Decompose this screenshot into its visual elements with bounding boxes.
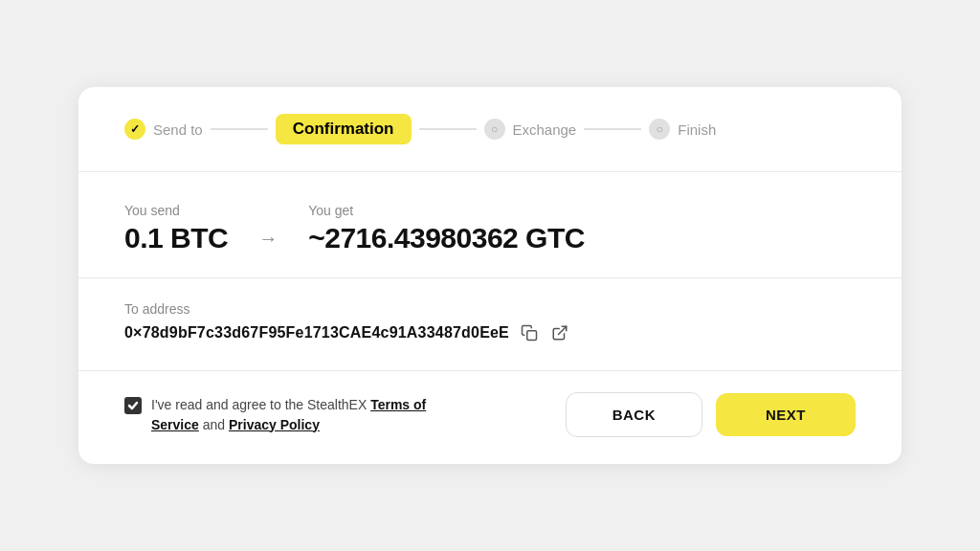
get-amount: ~2716.43980362 GTC: [308, 222, 585, 254]
address-section: To address 0×78d9bF7c33d67F95Fe1713CAE4c…: [78, 278, 902, 371]
address-label: To address: [124, 301, 856, 317]
external-link-button[interactable]: [549, 322, 570, 343]
step-confirmation: Confirmation: [276, 114, 412, 144]
svg-line-1: [559, 326, 567, 334]
step-exchange-label: Exchange: [513, 121, 577, 138]
send-col: You send 0.1 BTC: [124, 203, 228, 254]
step-exchange-icon: ○: [484, 119, 505, 140]
get-col: You get ~2716.43980362 GTC: [308, 203, 585, 254]
send-amount: 0.1 BTC: [124, 222, 228, 254]
address-value: 0×78d9bF7c33d67F95Fe1713CAE4c91A33487d0E…: [124, 324, 509, 342]
step-finish-label: Finish: [678, 121, 716, 138]
next-button[interactable]: NEXT: [716, 393, 856, 436]
step-exchange: ○ Exchange: [484, 119, 577, 140]
terms-row: I've read and agree to the StealthEX Ter…: [124, 395, 469, 435]
step-confirmation-label: Confirmation: [276, 114, 412, 144]
main-card: ✓ Send to Confirmation ○ Exchange ○ Fini…: [78, 87, 902, 464]
get-label: You get: [308, 203, 585, 218]
footer-section: I've read and agree to the StealthEX Ter…: [78, 371, 902, 464]
svg-rect-0: [527, 331, 537, 341]
connector-1: [211, 128, 268, 130]
buttons-row: BACK NEXT: [566, 392, 856, 437]
terms-checkbox[interactable]: [124, 397, 142, 414]
step-send-to-icon: ✓: [124, 119, 145, 140]
send-label: You send: [124, 203, 228, 218]
copy-address-button[interactable]: [519, 322, 540, 343]
step-send-to: ✓ Send to: [124, 119, 203, 140]
privacy-link[interactable]: Privacy Policy: [229, 417, 320, 432]
terms-text: I've read and agree to the StealthEX Ter…: [151, 395, 469, 435]
arrow-icon: →: [258, 228, 278, 250]
back-button[interactable]: BACK: [566, 392, 702, 437]
step-finish-icon: ○: [649, 119, 670, 140]
step-finish: ○ Finish: [649, 119, 716, 140]
stepper: ✓ Send to Confirmation ○ Exchange ○ Fini…: [78, 87, 902, 172]
exchange-section: You send 0.1 BTC → You get ~2716.4398036…: [78, 172, 902, 278]
connector-2: [419, 128, 477, 130]
exchange-row: You send 0.1 BTC → You get ~2716.4398036…: [124, 203, 856, 254]
connector-3: [584, 128, 641, 130]
address-row: 0×78d9bF7c33d67F95Fe1713CAE4c91A33487d0E…: [124, 322, 856, 343]
step-send-to-label: Send to: [153, 121, 203, 138]
